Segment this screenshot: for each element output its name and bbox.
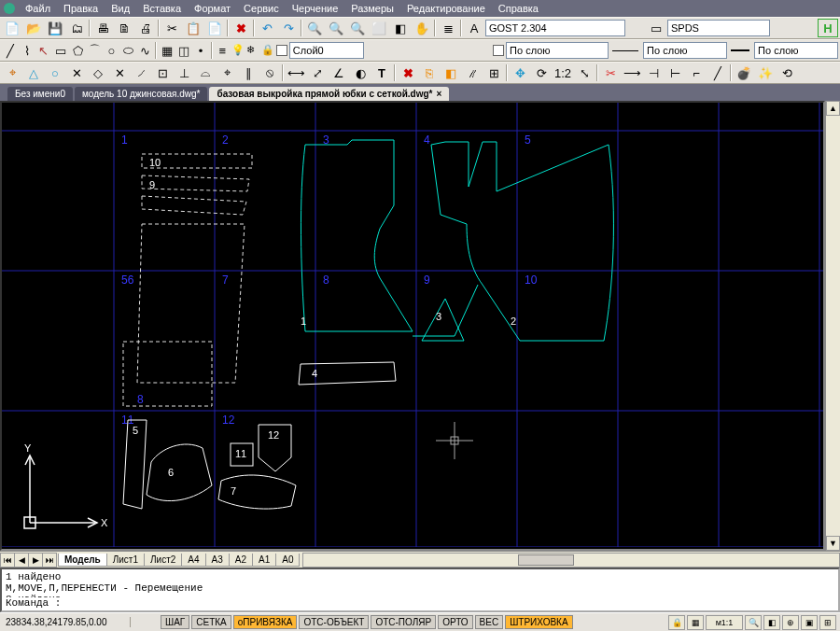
layout-tab-list2[interactable]: Лист2 xyxy=(144,554,182,567)
zoom-out-icon[interactable]: 🔍 xyxy=(347,19,368,37)
tab-first-icon[interactable]: ⏮ xyxy=(0,553,15,568)
toggle-ortho[interactable]: ОРТО xyxy=(438,615,472,629)
print-preview-icon[interactable]: 🗎 xyxy=(114,19,134,37)
close-icon[interactable]: × xyxy=(436,89,441,99)
vertical-scrollbar[interactable]: ▲ ▼ xyxy=(825,101,840,551)
osnap-perp-icon[interactable]: ⊥ xyxy=(174,63,194,82)
menu-edit[interactable]: Правка xyxy=(57,3,105,14)
osnap-near-icon[interactable]: ⌖ xyxy=(217,63,237,82)
redo-icon[interactable]: ↷ xyxy=(278,19,299,37)
circle-icon[interactable]: ○ xyxy=(104,41,119,60)
dim-radius-icon[interactable]: ◐ xyxy=(350,63,371,82)
ellipse-icon[interactable]: ⬭ xyxy=(120,41,136,60)
toggle-otrack-obj[interactable]: ОТС-ОБЪЕКТ xyxy=(299,615,369,629)
trim-icon[interactable]: ✂ xyxy=(600,63,621,82)
color-combo[interactable] xyxy=(493,42,609,59)
osnap-int-icon[interactable]: ✕ xyxy=(109,63,130,82)
status-scale[interactable]: м1:1 xyxy=(706,615,743,630)
menu-file[interactable]: Файл xyxy=(19,3,57,14)
layout-tab-list1[interactable]: Лист1 xyxy=(106,554,145,567)
status-icon-layer[interactable]: ◧ xyxy=(763,615,780,630)
osnap-end-icon[interactable]: ⌖ xyxy=(2,63,22,82)
layout-tab-a4[interactable]: A4 xyxy=(181,554,205,567)
drawing-canvas[interactable]: 1 2 3 4 5 56 7 8 9 10 11 12 8 xyxy=(0,101,825,551)
zoom-in-icon[interactable]: 🔍 xyxy=(326,19,346,37)
tab-last-icon[interactable]: ⏭ xyxy=(42,553,57,568)
mirror-icon[interactable]: ◧ xyxy=(441,63,461,82)
osnap-tan-icon[interactable]: ⌓ xyxy=(195,63,216,82)
paste-icon[interactable]: 📄 xyxy=(204,19,225,37)
scroll-down-icon[interactable]: ▼ xyxy=(826,536,840,551)
menu-help[interactable]: Справка xyxy=(492,3,545,14)
hatch-icon[interactable]: ▦ xyxy=(159,41,175,60)
doc-tab-0[interactable]: Без имени0 xyxy=(7,87,73,101)
layout-tab-a2[interactable]: A2 xyxy=(229,554,253,567)
menu-insert[interactable]: Вставка xyxy=(136,3,188,14)
menu-view[interactable]: Вид xyxy=(105,3,136,14)
block-icon[interactable]: ◫ xyxy=(175,41,191,60)
status-icon-lock[interactable]: 🔒 xyxy=(668,615,685,630)
save-all-icon[interactable]: 🗂 xyxy=(66,19,87,37)
zoom-window-icon[interactable]: ◧ xyxy=(390,19,411,37)
menu-modify[interactable]: Редактирование xyxy=(400,3,492,14)
tab-next-icon[interactable]: ▶ xyxy=(28,553,43,568)
lineweight-field[interactable] xyxy=(754,42,838,59)
cut-icon[interactable]: ✂ xyxy=(161,19,182,37)
layout-tab-model[interactable]: Модель xyxy=(58,554,107,567)
osnap-par-icon[interactable]: ∥ xyxy=(238,63,259,82)
spline-icon[interactable]: ∿ xyxy=(137,41,153,60)
osnap-mid-icon[interactable]: △ xyxy=(23,63,44,82)
dim-aligned-icon[interactable]: ⤢ xyxy=(307,63,328,82)
point-icon[interactable]: • xyxy=(193,41,209,60)
osnap-none-icon[interactable]: ⦸ xyxy=(259,63,280,82)
spds-icon[interactable]: ▭ xyxy=(646,19,666,37)
scroll-thumb[interactable] xyxy=(518,554,574,566)
toggle-grid[interactable]: СЕТКА xyxy=(191,615,231,629)
arc-icon[interactable]: ⌒ xyxy=(87,41,103,60)
print-icon[interactable]: 🖶 xyxy=(92,19,113,37)
osnap-cen-icon[interactable]: ○ xyxy=(45,63,65,82)
status-icon-grid[interactable]: ▦ xyxy=(687,615,704,630)
menu-dims[interactable]: Размеры xyxy=(344,3,400,14)
toggle-osnap[interactable]: оПРИВЯЗКА xyxy=(233,615,298,629)
menu-format[interactable]: Формат xyxy=(188,3,237,14)
rotate-icon[interactable]: ⟳ xyxy=(531,63,552,82)
extend-icon[interactable]: ⟶ xyxy=(622,63,642,82)
layout-tab-a1[interactable]: A1 xyxy=(252,554,276,567)
zoom-extents-icon[interactable]: ⬜ xyxy=(369,19,389,37)
copy-obj-icon[interactable]: ⎘ xyxy=(419,63,440,82)
horizontal-scrollbar[interactable] xyxy=(302,553,840,568)
menu-draw[interactable]: Черчение xyxy=(286,3,345,14)
save-icon[interactable]: 💾 xyxy=(45,19,65,37)
doc-tab-2[interactable]: базовая выкройка прямой юбки с сеткой.dw… xyxy=(209,87,449,101)
plot-icon[interactable]: 🖨 xyxy=(135,19,156,37)
copy-icon[interactable]: 📋 xyxy=(183,19,203,37)
layout-tab-a3[interactable]: A3 xyxy=(205,554,230,567)
undo-icon[interactable]: ↶ xyxy=(257,19,277,37)
arrow-icon[interactable]: ↖ xyxy=(35,41,51,60)
new-icon[interactable]: 📄 xyxy=(2,19,22,37)
layer-manager-icon[interactable]: ≡ xyxy=(215,41,231,60)
array-icon[interactable]: ⊞ xyxy=(483,63,504,82)
erase-icon[interactable]: ✖ xyxy=(398,63,418,82)
color-field[interactable] xyxy=(506,42,609,59)
lineweight-combo[interactable] xyxy=(728,42,838,59)
status-icon-coord[interactable]: ⊕ xyxy=(782,615,799,630)
layer-combo[interactable]: 💡 ❄ 🔒 xyxy=(231,42,364,59)
line-icon[interactable]: ╱ xyxy=(2,41,18,60)
scroll-up-icon[interactable]: ▲ xyxy=(826,101,840,116)
offset-icon[interactable]: ⫽ xyxy=(462,63,483,82)
menu-tools[interactable]: Сервис xyxy=(237,3,286,14)
polyline-icon[interactable]: ⌇ xyxy=(19,41,35,60)
osnap-ext-icon[interactable]: ⟋ xyxy=(131,63,151,82)
toggle-lwt[interactable]: ВЕС xyxy=(475,615,504,629)
explode-icon[interactable]: 💣 xyxy=(734,63,754,82)
props-icon[interactable]: ≣ xyxy=(438,19,458,37)
move-icon[interactable]: ✥ xyxy=(510,63,530,82)
break-icon[interactable]: ⊣ xyxy=(643,63,664,82)
zoom-realtime-icon[interactable]: 🔍 xyxy=(304,19,325,37)
text-icon[interactable]: T xyxy=(371,63,392,82)
doc-tab-1[interactable]: модель 10 джинсовая.dwg* xyxy=(75,87,208,101)
linetype-field[interactable] xyxy=(643,42,727,59)
osnap-quad-icon[interactable]: ◇ xyxy=(88,63,108,82)
